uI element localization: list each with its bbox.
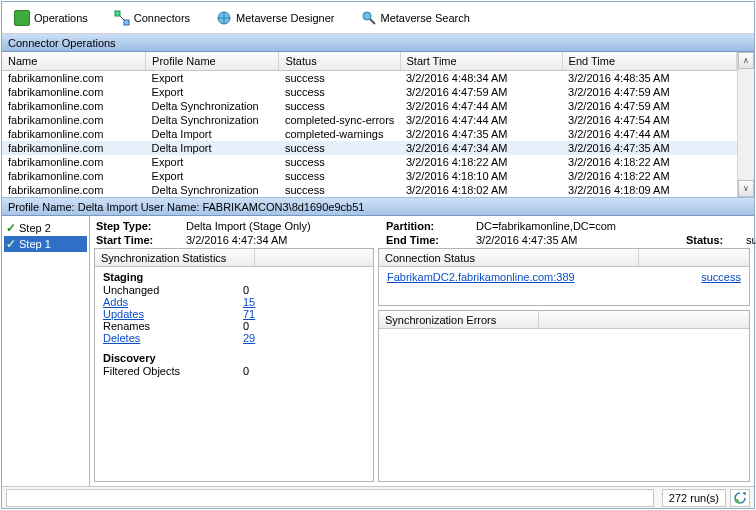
- cell-start: 3/2/2016 4:47:34 AM: [400, 141, 562, 155]
- connectors-button[interactable]: Connectors: [108, 8, 196, 28]
- toolbar: Operations Connectors Metaverse Designer…: [2, 2, 754, 34]
- cell-status: completed-sync-errors: [279, 113, 400, 127]
- cell-profile: Delta Synchronization: [146, 99, 279, 113]
- detail-meta: Step Type: Delta Import (Stage Only) Par…: [90, 216, 754, 248]
- end-time-value: 3/2/2016 4:47:35 AM: [476, 234, 686, 246]
- stat-row: Updates71: [103, 308, 365, 320]
- status-bar: 272 run(s): [2, 486, 754, 508]
- metaverse-search-button[interactable]: Metaverse Search: [355, 8, 476, 28]
- cell-name: fabrikamonline.com: [2, 85, 146, 99]
- cell-name: fabrikamonline.com: [2, 169, 146, 183]
- stat-value[interactable]: 71: [243, 308, 283, 320]
- cell-profile: Delta Import: [146, 141, 279, 155]
- stat-row: Adds15: [103, 296, 365, 308]
- stat-value[interactable]: 29: [243, 332, 283, 344]
- cell-profile: Export: [146, 155, 279, 169]
- table-row[interactable]: fabrikamonline.comExportsuccess3/2/2016 …: [2, 169, 737, 183]
- partition-value: DC=fabrikamonline,DC=com: [476, 220, 756, 232]
- step-label: Step 2: [19, 222, 51, 234]
- designer-icon: [216, 10, 232, 26]
- cell-profile: Delta Import: [146, 127, 279, 141]
- connection-result-link[interactable]: success: [701, 271, 741, 301]
- stat-key[interactable]: Adds: [103, 296, 243, 308]
- table-row[interactable]: fabrikamonline.comExportsuccess3/2/2016 …: [2, 155, 737, 169]
- sync-errors-title: Synchronization Errors: [379, 311, 539, 328]
- operations-label: Operations: [34, 12, 88, 24]
- table-row[interactable]: fabrikamonline.comExportsuccess3/2/2016 …: [2, 71, 737, 86]
- stat-key: Renames: [103, 320, 243, 332]
- cell-name: fabrikamonline.com: [2, 113, 146, 127]
- cell-status: success: [279, 71, 400, 86]
- cell-profile: Delta Synchronization: [146, 113, 279, 127]
- scroll-up-button[interactable]: ∧: [738, 52, 754, 69]
- status-spacer: [6, 489, 654, 507]
- svg-rect-1: [124, 20, 129, 25]
- cell-name: fabrikamonline.com: [2, 99, 146, 113]
- cell-end: 3/2/2016 4:47:59 AM: [562, 99, 736, 113]
- step-label: Step 1: [19, 238, 51, 250]
- cell-end: 3/2/2016 4:47:59 AM: [562, 85, 736, 99]
- sync-errors-panel: Synchronization Errors: [378, 310, 750, 482]
- operations-table: NameProfile NameStatusStart TimeEnd Time…: [2, 52, 737, 197]
- detail-right: Step Type: Delta Import (Stage Only) Par…: [90, 216, 754, 486]
- cell-start: 3/2/2016 4:47:59 AM: [400, 85, 562, 99]
- stat-key[interactable]: Deletes: [103, 332, 243, 344]
- step-type-value: Delta Import (Stage Only): [186, 220, 386, 232]
- cell-end: 3/2/2016 4:18:22 AM: [562, 155, 736, 169]
- stat-key[interactable]: Updates: [103, 308, 243, 320]
- step-item[interactable]: ✓Step 2: [4, 220, 87, 236]
- detail-area: ✓Step 2✓Step 1 Step Type: Delta Import (…: [2, 216, 754, 486]
- column-header[interactable]: Start Time: [400, 52, 562, 71]
- cell-start: 3/2/2016 4:18:02 AM: [400, 183, 562, 197]
- search-label: Metaverse Search: [381, 12, 470, 24]
- operations-grid[interactable]: NameProfile NameStatusStart TimeEnd Time…: [2, 52, 737, 197]
- step-type-label: Step Type:: [96, 220, 186, 232]
- column-header[interactable]: End Time: [562, 52, 736, 71]
- column-header[interactable]: Profile Name: [146, 52, 279, 71]
- steps-list[interactable]: ✓Step 2✓Step 1: [2, 216, 90, 486]
- scroll-down-button[interactable]: ∨: [738, 180, 754, 197]
- run-count: 272 run(s): [662, 489, 726, 507]
- cell-status: success: [279, 99, 400, 113]
- column-header[interactable]: Status: [279, 52, 400, 71]
- step-item[interactable]: ✓Step 1: [4, 236, 87, 252]
- cell-end: 3/2/2016 4:47:44 AM: [562, 127, 736, 141]
- stat-row: Unchanged0: [103, 284, 365, 296]
- cell-end: 3/2/2016 4:48:35 AM: [562, 71, 736, 86]
- connection-status-title: Connection Status: [379, 249, 639, 266]
- stat-group-title: Discovery: [103, 352, 365, 364]
- sync-statistics-title: Synchronization Statistics: [95, 249, 255, 266]
- connection-host-link[interactable]: FabrikamDC2.fabrikamonline.com:389: [387, 271, 575, 301]
- cell-status: completed-warnings: [279, 127, 400, 141]
- cell-end: 3/2/2016 4:18:09 AM: [562, 183, 736, 197]
- grid-scrollbar[interactable]: ∧ ∨: [737, 52, 754, 197]
- stat-row: Deletes29: [103, 332, 365, 344]
- metaverse-designer-button[interactable]: Metaverse Designer: [210, 8, 340, 28]
- cell-start: 3/2/2016 4:18:22 AM: [400, 155, 562, 169]
- table-row[interactable]: fabrikamonline.comExportsuccess3/2/2016 …: [2, 85, 737, 99]
- table-row[interactable]: fabrikamonline.comDelta Importsuccess3/2…: [2, 141, 737, 155]
- cell-end: 3/2/2016 4:47:54 AM: [562, 113, 736, 127]
- cell-status: success: [279, 169, 400, 183]
- cell-status: success: [279, 85, 400, 99]
- svg-line-5: [370, 19, 375, 24]
- stat-group-title: Staging: [103, 271, 365, 283]
- cell-start: 3/2/2016 4:47:44 AM: [400, 113, 562, 127]
- table-row[interactable]: fabrikamonline.comDelta Importcompleted-…: [2, 127, 737, 141]
- cell-start: 3/2/2016 4:18:10 AM: [400, 169, 562, 183]
- operations-icon: [14, 10, 30, 26]
- refresh-button[interactable]: [730, 489, 750, 507]
- table-row[interactable]: fabrikamonline.comDelta Synchronizationc…: [2, 113, 737, 127]
- stat-value[interactable]: 15: [243, 296, 283, 308]
- table-row[interactable]: fabrikamonline.comDelta Synchronizations…: [2, 183, 737, 197]
- stat-key: Filtered Objects: [103, 365, 243, 377]
- operations-button[interactable]: Operations: [8, 8, 94, 28]
- stat-row: Renames0: [103, 320, 365, 332]
- cell-status: success: [279, 183, 400, 197]
- cell-profile: Export: [146, 71, 279, 86]
- column-header[interactable]: Name: [2, 52, 146, 71]
- table-row[interactable]: fabrikamonline.comDelta Synchronizations…: [2, 99, 737, 113]
- cell-status: success: [279, 141, 400, 155]
- detail-banner: Profile Name: Delta Import User Name: FA…: [2, 198, 754, 216]
- detail-panels: Synchronization Statistics StagingUnchan…: [90, 248, 754, 486]
